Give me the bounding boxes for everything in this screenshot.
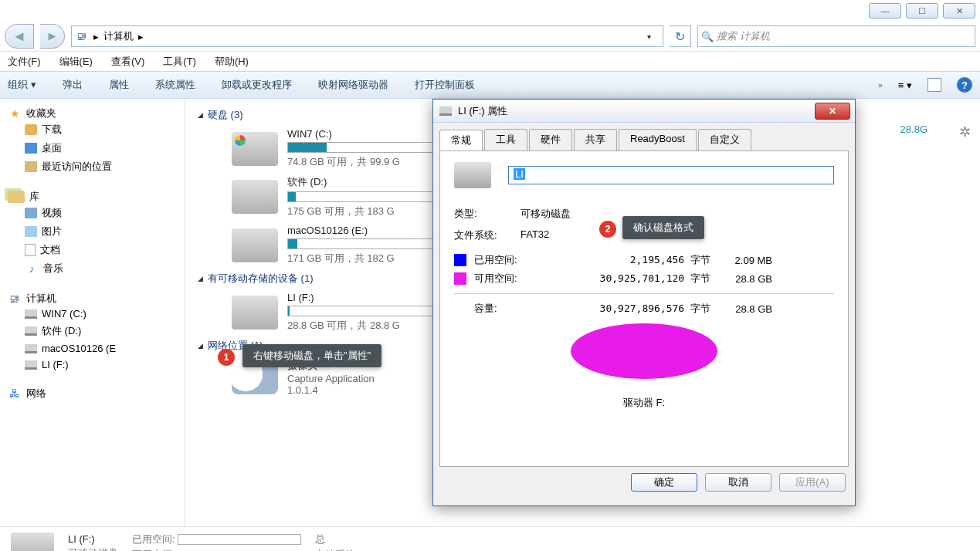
tab-tools[interactable]: 工具 — [484, 129, 527, 150]
sidebar-desktop[interactable]: 桌面 — [8, 139, 185, 157]
tb-overflow[interactable]: » — [878, 81, 883, 90]
ok-button[interactable]: 确定 — [631, 473, 697, 492]
status-bar: LI (F:) 可移动磁盘 已用空间: 可用空间: 28.8 GB 总 文件系统… — [0, 526, 980, 551]
free-swatch — [454, 272, 466, 285]
download-icon — [25, 124, 37, 135]
pictures-icon — [25, 226, 37, 237]
tb-sysprops[interactable]: 系统属性 — [155, 78, 195, 92]
back-button[interactable]: ◄ — [5, 24, 34, 49]
drive-icon — [25, 344, 37, 353]
close-button[interactable]: ✕ — [943, 3, 975, 19]
dialog-tabs: 常规 工具 硬件 共享 ReadyBoost 自定义 — [439, 129, 849, 150]
free-size-label: 28.8G — [900, 123, 927, 135]
status-free-val: 28.8 GB — [178, 549, 215, 552]
capacity-row: 容量: 30,927,896,576 字节 28.8 GB — [454, 302, 834, 316]
drive-icon — [232, 132, 278, 166]
drive-icon — [25, 309, 37, 319]
capacity-pie — [571, 323, 717, 393]
breadcrumb-computer[interactable]: 计算机 — [103, 29, 134, 43]
menu-file[interactable]: 文件(F) — [8, 55, 41, 69]
search-placeholder: 搜索 计算机 — [717, 29, 770, 43]
tb-uninstall[interactable]: 卸载或更改程序 — [222, 78, 292, 92]
status-thumb-icon — [11, 532, 54, 552]
sidebar-downloads[interactable]: 下载 — [8, 120, 185, 139]
tb-mapnet[interactable]: 映射网络驱动器 — [318, 78, 388, 92]
tb-properties[interactable]: 属性 — [109, 78, 129, 92]
computer-icon: 🖳 — [75, 29, 89, 43]
drive-capacity: 28.8 GB 可用，共 28.8 G — [287, 319, 442, 333]
nav-sidebar: ★收藏夹 下载 桌面 最近访问的位置 库 视频 图片 文档 ♪音乐 🖳计算机 W… — [0, 99, 185, 526]
status-fs-val: FAT32 — [361, 549, 390, 552]
capacity-bar — [287, 142, 442, 153]
sidebar-libraries[interactable]: 库 — [8, 190, 185, 204]
sidebar-pictures[interactable]: 图片 — [8, 222, 185, 241]
help-button[interactable]: ? — [957, 77, 972, 93]
tab-share[interactable]: 共享 — [574, 129, 617, 150]
sidebar-network[interactable]: 🖧网络 — [8, 387, 185, 401]
type-label: 类型: — [454, 207, 521, 221]
sidebar-recent[interactable]: 最近访问的位置 — [8, 157, 185, 176]
search-input[interactable]: 🔍 搜索 计算机 — [697, 25, 975, 47]
refresh-button[interactable]: ↻ — [670, 25, 691, 47]
drive-icon — [439, 106, 452, 116]
drive-icon — [232, 180, 278, 214]
minimize-button[interactable]: — — [869, 3, 901, 19]
address-bar[interactable]: 🖳 ▸ 计算机 ▸ ▾ — [71, 25, 663, 47]
tab-readyboost[interactable]: ReadyBoost — [619, 129, 697, 150]
drive-icon — [232, 228, 278, 262]
sidebar-docs[interactable]: 文档 — [8, 241, 185, 259]
breadcrumb-arrow: ▸ — [138, 31, 144, 42]
sidebar-drive-c[interactable]: WIN7 (C:) — [8, 306, 185, 322]
drive-icon — [232, 296, 278, 330]
gear-icon[interactable]: ✲ — [959, 123, 971, 140]
drive-name: macOS10126 (E:) — [287, 225, 442, 236]
drive-name: WIN7 (C:) — [287, 128, 442, 140]
star-icon: ★ — [8, 106, 22, 120]
apply-button[interactable]: 应用(A) — [779, 473, 846, 492]
status-name: LI (F:) — [68, 533, 95, 545]
tab-general[interactable]: 常规 — [439, 130, 483, 151]
maximize-button[interactable]: ☐ — [906, 3, 938, 19]
tb-cpanel[interactable]: 打开控制面板 — [415, 78, 475, 92]
view-menu[interactable]: ≡ ▾ — [898, 79, 912, 91]
preview-pane-toggle[interactable] — [927, 78, 941, 92]
fs-value: FAT32 — [521, 228, 549, 242]
forward-button[interactable]: ► — [40, 24, 65, 49]
video-icon — [25, 208, 37, 218]
address-dropdown[interactable]: ▾ — [647, 32, 660, 41]
sidebar-music[interactable]: ♪音乐 — [8, 259, 185, 278]
dialog-body: LI 类型:可移动磁盘 文件系统:FAT32 已用空间: 2,195,456 字… — [439, 150, 849, 467]
status-type: 可移动磁盘 — [68, 547, 118, 551]
used-space-row: 已用空间: 2,195,456 字节 2.09 MB — [454, 253, 834, 267]
capacity-bar — [287, 306, 442, 316]
capacity-bar — [287, 191, 442, 202]
tb-eject[interactable]: 弹出 — [63, 78, 83, 92]
sidebar-favorites[interactable]: ★收藏夹 — [8, 106, 185, 120]
library-icon — [8, 191, 25, 203]
drive-capacity: 175 GB 可用，共 183 G — [287, 205, 442, 218]
sidebar-video[interactable]: 视频 — [8, 204, 185, 222]
dialog-titlebar[interactable]: LI (F:) 属性 ✕ — [433, 100, 855, 123]
sidebar-drive-e[interactable]: macOS10126 (E — [8, 340, 185, 357]
sidebar-drive-f[interactable]: LI (F:) — [8, 357, 185, 373]
window-titlebar: — ☐ ✕ — [0, 0, 980, 22]
dialog-close-button[interactable]: ✕ — [815, 103, 850, 120]
tab-custom[interactable]: 自定义 — [698, 129, 751, 150]
drive-label-input[interactable]: LI — [508, 166, 834, 184]
menu-view[interactable]: 查看(V) — [111, 55, 144, 69]
tab-hardware[interactable]: 硬件 — [529, 129, 572, 150]
cancel-button[interactable]: 取消 — [705, 473, 771, 492]
breadcrumb-arrow: ▸ — [93, 31, 99, 42]
menu-edit[interactable]: 编辑(E) — [59, 55, 93, 69]
sidebar-drive-d[interactable]: 软件 (D:) — [8, 322, 185, 340]
menu-tools[interactable]: 工具(T) — [163, 55, 196, 69]
fs-label: 文件系统: — [454, 228, 521, 242]
callout-1: 右键移动磁盘，单击"属性" — [242, 344, 381, 367]
menu-help[interactable]: 帮助(H) — [215, 55, 249, 69]
computer-icon: 🖳 — [8, 292, 22, 306]
desktop-icon — [25, 143, 37, 154]
drive-name: LI (F:) — [287, 292, 442, 303]
status-total: 总 — [315, 533, 325, 545]
sidebar-computer[interactable]: 🖳计算机 — [8, 292, 185, 306]
tb-organize[interactable]: 组织 ▾ — [8, 78, 36, 92]
